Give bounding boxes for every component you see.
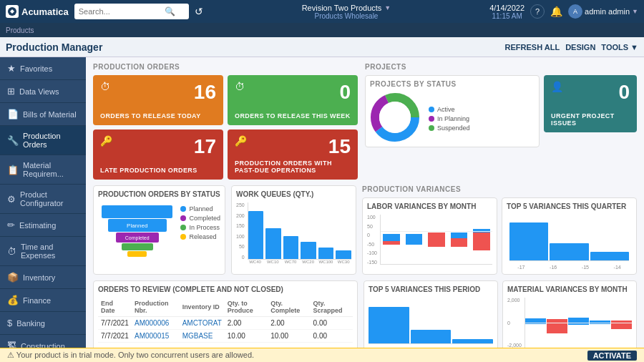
search-input[interactable] [79,7,165,16]
active-label: Active [437,106,455,113]
kpi-urgent[interactable]: 👤 0 URGENT PROJECT ISSUES [544,75,637,132]
sidebar-label-prod-orders: Production Orders [23,132,79,149]
q-xl1: -17 [507,265,536,270]
link-nbr-1[interactable]: AM000006 [135,319,169,327]
header-date: 4/14/2022 [489,4,525,12]
donut-legend: Active In Planning Suspended [429,106,470,132]
mat-bar3 [568,318,589,325]
admin-menu[interactable]: A admin admin ▼ [568,4,638,19]
planning-label: In Planning [437,115,469,122]
bottom-charts: TOP 5 VARIANCES THIS PERIOD MATERIAL VAR… [364,280,637,353]
kpi-past-due-label: PRODUCTION ORDERS WITH PAST-DUE OPERATIO… [235,160,351,174]
cell-date-2: 7/7/2021 [98,330,132,343]
history-icon[interactable]: ↺ [195,6,203,17]
lbar3 [426,215,447,264]
top5-q-bars [509,218,629,261]
labor-bars [380,215,492,265]
top5-q-content [507,215,632,265]
sidebar-item-material-req[interactable]: 📋 Material Requirem... [0,155,86,185]
admin-label: admin admin [585,7,630,16]
link-inv-2[interactable]: MGBASE [182,332,213,340]
top5-quarter-chart: TOP 5 VARIANCES THIS QUARTER -17 -16 [502,197,637,275]
donut-chart [370,92,420,142]
active-dot [429,107,434,112]
nav-products[interactable]: Products [6,26,34,34]
status-bar: ⚠ Your product is in trial mode. Only tw… [0,348,644,362]
lbar3-neg [428,233,445,247]
tools-button[interactable]: TOOLS ▼ [601,43,638,52]
logo[interactable]: Acumatica [6,5,69,18]
sidebar-item-configurator[interactable]: ⚙ Product Configurator [0,185,86,214]
released-label: Released [189,233,216,240]
col-qty-scrapped: Qty. Scrapped [311,298,353,317]
completed-label: Completed [189,215,220,222]
kpi-today-value: 16 [100,81,216,104]
sidebar-label-banking: Banking [16,319,45,328]
sidebar-item-production-orders[interactable]: 🔧 Production Orders [0,126,86,155]
orders-review-section: ORDERS TO REVIEW (COMPLETE AND NOT CLOSE… [93,280,358,353]
link-nbr-2[interactable]: AM000015 [135,332,169,340]
sidebar-item-time-expenses[interactable]: ⏱ Time and Expenses [0,237,86,266]
prod-orders-title: PRODUCTION ORDERS [93,63,358,71]
svg-point-5 [379,102,411,133]
kpi-today-label: ORDERS TO RELEASE TODAY [100,112,201,119]
legend-suspended: Suspended [429,124,470,132]
header-time: 11:15 AM [492,12,522,20]
sidebar-item-inventory[interactable]: 📦 Inventory [0,266,86,289]
avatar: A [568,4,582,19]
refresh-button[interactable]: REFRESH ALL [505,43,560,52]
sidebar-item-dataviews[interactable]: ⊞ Data Views [0,80,86,103]
bell-icon[interactable]: 🔔 [550,6,562,17]
revision-dropdown[interactable]: ▼ [384,4,391,11]
lbar2-pos [406,234,423,245]
x-labels: WC40 WC10 WC70 WC20 WC100 WC30 [248,260,351,264]
labor-title: LABOR VARIANCES BY MONTH [367,202,492,210]
inprocess-dot [180,225,186,230]
q-bar1 [509,222,548,260]
kpi-orders-week[interactable]: ⏱ 0 ORDERS TO RELEASE THIS WEEK [228,75,358,125]
activate-button[interactable]: ACTIVATE [587,351,637,361]
funnel-bar-2: Planned [108,219,167,232]
kpi-late-orders[interactable]: 🔑 17 LATE PRODUCTION ORDERS [93,129,223,180]
q-xl2: -16 [539,265,568,270]
sidebar-label-estimating: Estimating [19,221,56,230]
kpi-past-due[interactable]: 🔑 15 PRODUCTION ORDERS WITH PAST-DUE OPE… [228,129,358,180]
kpi-week-label: ORDERS TO RELEASE THIS WEEK [235,112,351,119]
sidebar-item-banking[interactable]: $ Banking [0,312,86,335]
funnel: Planned Completed [98,202,176,260]
labor-y-axis: 100500-50-100-150 [367,215,379,265]
dataviews-icon: ⊞ [7,86,15,97]
search-bar[interactable]: 🔍 [74,4,189,19]
key-icon: 🔑 [235,135,247,147]
design-button[interactable]: DESIGN [565,43,595,52]
kpi-late-value: 17 [100,135,216,158]
top5-q-xlabels: -17 -16 -15 -14 [507,265,632,270]
kpi-orders-today[interactable]: ⏱ 16 ORDERS TO RELEASE TODAY [93,75,223,125]
sidebar-item-finance[interactable]: 💰 Finance [0,289,86,312]
col-qty-produce: Qty. to Produce [225,298,268,317]
bar-wc10 [265,228,281,259]
link-inv-1[interactable]: AMCTORAT [182,319,222,327]
clock-icon: ⏱ [100,81,110,92]
lbar4-pos [451,233,468,238]
donut-container: Active In Planning Suspended [370,92,535,142]
table-row: 7/7/2021 AM000015 MGBASE 10.00 10.00 0.0… [98,330,353,343]
released-dot [180,234,186,240]
completed-dot [180,215,186,221]
bar-wc30 [336,250,351,259]
cell-qty-prod-2: 10.00 [225,330,268,343]
mat-bars [525,298,632,348]
question-icon[interactable]: ? [530,4,545,19]
sidebar-item-estimating[interactable]: ✏ Estimating [0,214,86,237]
sidebar-item-bom[interactable]: 📄 Bills of Material [0,103,86,126]
mat-bar5 [611,321,632,329]
app-header: Acumatica 🔍 ↺ Revision Two Products ▼ Pr… [0,0,644,23]
funnel-bar-3: Completed [116,233,159,243]
sidebar-item-favorites[interactable]: ★ Favorites [0,57,86,80]
header-icons: ? 🔔 A admin admin ▼ [530,4,638,19]
kpi-late-label: LATE PRODUCTION ORDERS [100,167,197,174]
mat-y-axis: 2,0000-2,000 [507,298,523,348]
q-bar3 [590,252,629,260]
bar-wc40 [248,211,264,259]
kpi-grid: ⏱ 16 ORDERS TO RELEASE TODAY ⏱ 0 ORDERS … [93,75,358,180]
